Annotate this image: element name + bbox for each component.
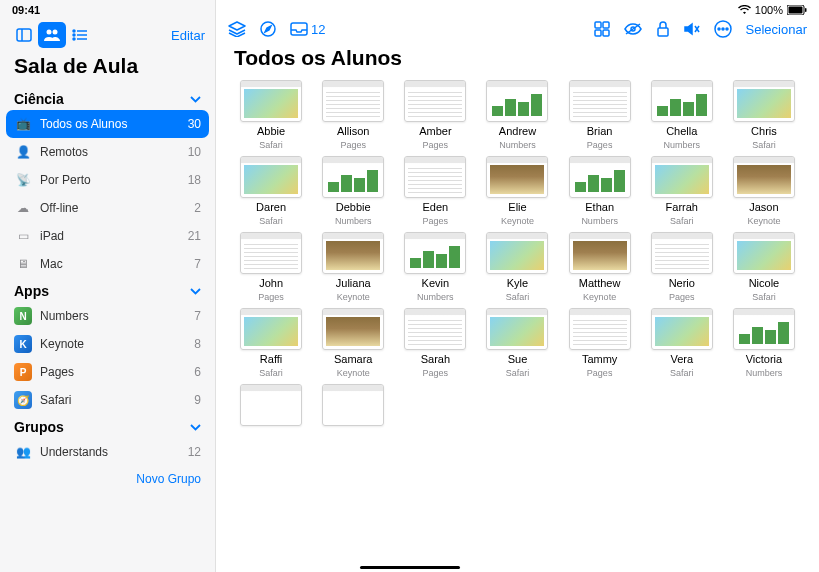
student-card[interactable]: KevinNumbers (398, 232, 472, 302)
student-grid: AbbieSafariAllisonPagesAmberPagesAndrewN… (216, 80, 819, 432)
people-icon[interactable] (38, 22, 66, 48)
student-card[interactable]: BrianPages (563, 80, 637, 150)
student-card[interactable] (234, 384, 308, 432)
more-icon[interactable] (714, 20, 732, 38)
student-card[interactable]: AmberPages (398, 80, 472, 150)
student-card[interactable]: AndrewNumbers (480, 80, 554, 150)
student-name: Matthew (579, 277, 621, 289)
student-app: Keynote (337, 292, 370, 302)
inbox-button[interactable]: 12 (290, 22, 325, 37)
student-card[interactable]: JohnPages (234, 232, 308, 302)
student-card[interactable]: NerioPages (645, 232, 719, 302)
screen-thumbnail (651, 232, 713, 274)
list-icon[interactable] (66, 22, 94, 48)
item-icon: 👥 (14, 443, 32, 461)
new-group-button[interactable]: Novo Grupo (0, 466, 215, 496)
screen-thumbnail (486, 80, 548, 122)
sidebar-item[interactable]: 👤Remotos10 (6, 138, 209, 166)
screen-thumbnail (404, 156, 466, 198)
student-card[interactable]: JulianaKeynote (316, 232, 390, 302)
student-card[interactable]: DebbieNumbers (316, 156, 390, 226)
student-card[interactable]: MatthewKeynote (563, 232, 637, 302)
section-header[interactable]: Ciência (6, 86, 209, 110)
student-app: Safari (752, 292, 776, 302)
student-card[interactable]: SueSafari (480, 308, 554, 378)
student-card[interactable]: DarenSafari (234, 156, 308, 226)
student-name: Daren (256, 201, 286, 213)
student-card[interactable]: NicoleSafari (727, 232, 801, 302)
student-card[interactable]: EdenPages (398, 156, 472, 226)
sidebar-item[interactable]: ▭iPad21 (6, 222, 209, 250)
section-label: Apps (14, 283, 49, 299)
navigate-icon[interactable] (260, 21, 276, 37)
grid-view-icon[interactable] (594, 21, 610, 37)
student-card[interactable]: ChrisSafari (727, 80, 801, 150)
student-app: Pages (587, 140, 613, 150)
student-card[interactable]: RaffiSafari (234, 308, 308, 378)
sidebar-item[interactable]: 📺Todos os Alunos30 (6, 110, 209, 138)
student-card[interactable]: EthanNumbers (563, 156, 637, 226)
chevron-down-icon (190, 96, 201, 103)
sidebar-item[interactable]: 📡Por Perto18 (6, 166, 209, 194)
home-indicator (360, 566, 460, 569)
student-card[interactable]: AllisonPages (316, 80, 390, 150)
student-name: Ethan (585, 201, 614, 213)
screen-thumbnail (404, 308, 466, 350)
student-name: Juliana (336, 277, 371, 289)
student-card[interactable]: VictoriaNumbers (727, 308, 801, 378)
screen-thumbnail (240, 232, 302, 274)
student-app: Pages (423, 140, 449, 150)
sidebar-item[interactable]: NNumbers7 (6, 302, 209, 330)
sidebar-item[interactable]: KKeynote8 (6, 330, 209, 358)
student-name: Sarah (421, 353, 450, 365)
mute-icon[interactable] (684, 21, 700, 37)
student-card[interactable]: KyleSafari (480, 232, 554, 302)
student-app: Pages (340, 140, 366, 150)
student-card[interactable]: AbbieSafari (234, 80, 308, 150)
student-app: Pages (423, 368, 449, 378)
edit-button[interactable]: Editar (171, 28, 205, 43)
student-name: Jason (749, 201, 778, 213)
sidebar-toggle-icon[interactable] (10, 22, 38, 48)
student-app: Pages (669, 292, 695, 302)
student-name: Abbie (257, 125, 285, 137)
screen-thumbnail (486, 308, 548, 350)
student-app: Keynote (583, 292, 616, 302)
student-card[interactable]: SamaraKeynote (316, 308, 390, 378)
student-card[interactable]: ElieKeynote (480, 156, 554, 226)
sidebar-item[interactable]: PPages6 (6, 358, 209, 386)
sidebar-item[interactable]: 👥Understands12 (6, 438, 209, 466)
item-icon: 🧭 (14, 391, 32, 409)
screen-thumbnail (651, 156, 713, 198)
student-card[interactable]: ChellaNumbers (645, 80, 719, 150)
student-card[interactable]: VeraSafari (645, 308, 719, 378)
student-card[interactable] (316, 384, 390, 432)
chevron-down-icon (190, 424, 201, 431)
student-name: Allison (337, 125, 369, 137)
student-card[interactable]: SarahPages (398, 308, 472, 378)
student-name: Amber (419, 125, 451, 137)
sidebar-item[interactable]: ☁︎Off-line2 (6, 194, 209, 222)
screen-thumbnail (240, 384, 302, 426)
svg-rect-0 (17, 29, 31, 41)
svg-point-4 (73, 30, 75, 32)
section-header[interactable]: Apps (6, 278, 209, 302)
student-card[interactable]: JasonKeynote (727, 156, 801, 226)
item-count: 12 (188, 445, 201, 459)
layers-icon[interactable] (228, 21, 246, 37)
hide-icon[interactable] (624, 22, 642, 36)
screen-thumbnail (569, 156, 631, 198)
section-header[interactable]: Grupos (6, 414, 209, 438)
student-card[interactable]: FarrahSafari (645, 156, 719, 226)
student-app: Numbers (581, 216, 618, 226)
student-card[interactable]: TammyPages (563, 308, 637, 378)
lock-icon[interactable] (656, 21, 670, 37)
select-button[interactable]: Selecionar (746, 22, 807, 37)
item-icon: P (14, 363, 32, 381)
svg-point-2 (47, 30, 52, 35)
sidebar-item[interactable]: 🖥Mac7 (6, 250, 209, 278)
content-title: Todos os Alunos (216, 44, 819, 80)
student-name: Elie (508, 201, 526, 213)
sidebar-item[interactable]: 🧭Safari9 (6, 386, 209, 414)
item-label: Keynote (40, 337, 186, 351)
